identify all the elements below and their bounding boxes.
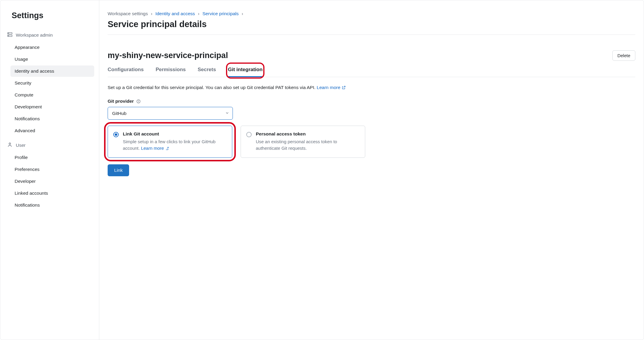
nav-section-user: User	[5, 139, 94, 152]
radio-indicator	[113, 132, 119, 137]
tab-git-integration[interactable]: Git integration	[228, 64, 262, 77]
workspace-admin-icon	[7, 32, 13, 39]
nav-item-user-notifications[interactable]: Notifications	[10, 199, 94, 211]
tabs: Configurations Permissions Secrets Git i…	[108, 64, 635, 77]
nav-item-linked-accounts[interactable]: Linked accounts	[10, 188, 94, 199]
git-provider-select[interactable]: GitHub	[108, 107, 233, 120]
tab-configurations[interactable]: Configurations	[108, 64, 144, 77]
learn-more-link[interactable]: Learn more	[141, 146, 169, 151]
nav-item-usage[interactable]: Usage	[10, 54, 94, 65]
svg-point-4	[9, 143, 10, 144]
page-title: Service principal details	[108, 19, 635, 29]
delete-button[interactable]: Delete	[612, 50, 635, 61]
svg-point-2	[8, 33, 9, 33]
nav-item-advanced[interactable]: Advanced	[10, 125, 94, 136]
chevron-right-icon: ›	[198, 11, 199, 16]
info-icon	[136, 99, 141, 104]
nav-item-preferences[interactable]: Preferences	[10, 164, 94, 175]
crumb-service-principals[interactable]: Service principals	[202, 11, 239, 16]
crumb-identity-and-access[interactable]: Identity and access	[155, 11, 195, 16]
radio-indicator	[246, 132, 252, 137]
settings-title: Settings	[12, 11, 94, 20]
crumb-workspace-settings: Workspace settings	[108, 11, 148, 16]
radio-description: Simple setup in a few clicks to link you…	[123, 138, 226, 152]
external-link-icon	[342, 85, 346, 91]
git-description: Set up a Git credential for this service…	[108, 85, 635, 91]
radio-title: Personal access token	[256, 131, 359, 137]
git-provider-label: Git provider	[108, 99, 635, 104]
link-button[interactable]: Link	[108, 164, 129, 176]
user-icon	[7, 142, 13, 149]
nav-item-developer[interactable]: Developer	[10, 176, 94, 187]
svg-point-3	[8, 36, 9, 36]
tab-secrets[interactable]: Secrets	[198, 64, 216, 77]
radio-title: Link Git account	[123, 131, 226, 137]
nav-item-appearance[interactable]: Appearance	[10, 42, 94, 53]
radio-description: Use an existing personal access token to…	[256, 138, 359, 152]
tab-permissions[interactable]: Permissions	[156, 64, 186, 77]
external-link-icon	[165, 146, 169, 152]
chevron-right-icon: ›	[242, 11, 243, 16]
nav-item-profile[interactable]: Profile	[10, 152, 94, 163]
nav-item-notifications[interactable]: Notifications	[10, 113, 94, 124]
nav-item-compute[interactable]: Compute	[10, 89, 94, 101]
breadcrumb: Workspace settings › Identity and access…	[108, 11, 635, 16]
nav-item-development[interactable]: Development	[10, 101, 94, 113]
service-principal-name: my-shiny-new-service-principal	[108, 51, 228, 60]
learn-more-link[interactable]: Learn more	[317, 85, 346, 90]
nav-item-security[interactable]: Security	[10, 77, 94, 89]
nav-section-workspace-admin: Workspace admin	[5, 29, 94, 42]
chevron-right-icon: ›	[151, 11, 152, 16]
radio-personal-access-token[interactable]: Personal access token Use an existing pe…	[241, 126, 365, 158]
nav-item-identity-and-access[interactable]: Identity and access	[10, 65, 94, 77]
radio-link-git-account[interactable]: Link Git account Simple setup in a few c…	[108, 126, 232, 158]
svg-point-7	[138, 100, 139, 101]
divider	[108, 35, 635, 35]
